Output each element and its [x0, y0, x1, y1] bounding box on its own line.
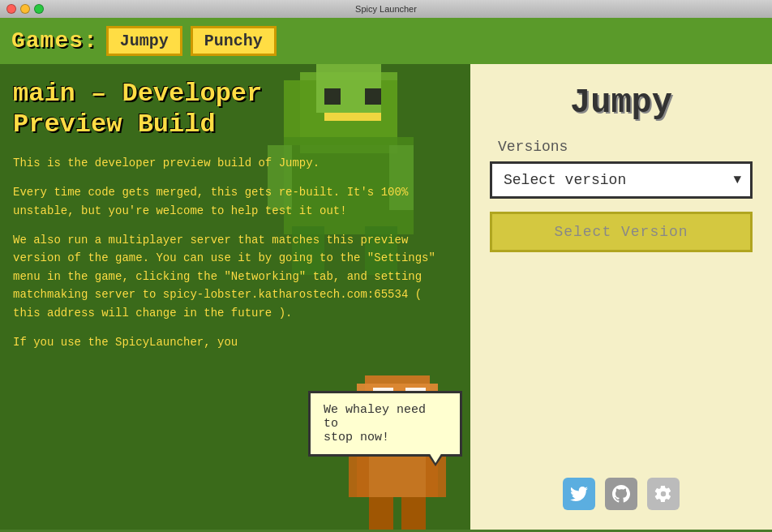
description-p2: Every time code gets merged, this gets r…: [13, 183, 451, 220]
build-title: main – Developer Preview Build: [13, 79, 451, 141]
titlebar: Spicy Launcher: [0, 0, 772, 18]
version-select-dropdown[interactable]: Select version: [490, 161, 753, 199]
game-name-heading: Jumpy: [570, 84, 672, 122]
game-description: This is the developer preview build of J…: [13, 154, 451, 352]
tab-punchy[interactable]: Punchy: [191, 26, 277, 56]
description-p3: We also run a multiplayer server that ma…: [13, 231, 451, 322]
svg-rect-23: [369, 497, 393, 530]
select-version-button[interactable]: Select Version: [490, 212, 753, 252]
social-icons-row: [563, 461, 680, 510]
titlebar-buttons: [6, 4, 44, 14]
description-p4: If you use the SpicyLauncher, you: [13, 333, 451, 351]
close-button[interactable]: [6, 4, 16, 14]
description-p1: This is the developer preview build of J…: [13, 154, 451, 172]
minimize-button[interactable]: [20, 4, 30, 14]
right-panel: Jumpy Versions Select version ▼ Select V…: [470, 64, 772, 530]
tab-jumpy[interactable]: Jumpy: [106, 26, 182, 56]
window-title: Spicy Launcher: [355, 4, 417, 14]
github-icon[interactable]: [605, 478, 637, 510]
left-panel: main – Developer Preview Build This is t…: [0, 64, 470, 530]
twitter-icon[interactable]: [563, 478, 595, 510]
maximize-button[interactable]: [34, 4, 44, 14]
versions-label: Versions: [498, 139, 568, 155]
speech-bubble: We whaley need to stop now!: [308, 391, 462, 457]
settings-icon[interactable]: [647, 478, 680, 510]
svg-rect-24: [401, 497, 426, 530]
games-label: Games:: [11, 28, 98, 54]
speech-line2: stop now!: [324, 431, 389, 444]
speech-line1: We whaley need to: [324, 403, 426, 431]
version-select-container: Select version ▼: [490, 161, 753, 199]
main-content: main – Developer Preview Build This is t…: [0, 64, 772, 530]
nav-bar: Games: Jumpy Punchy: [0, 18, 772, 64]
